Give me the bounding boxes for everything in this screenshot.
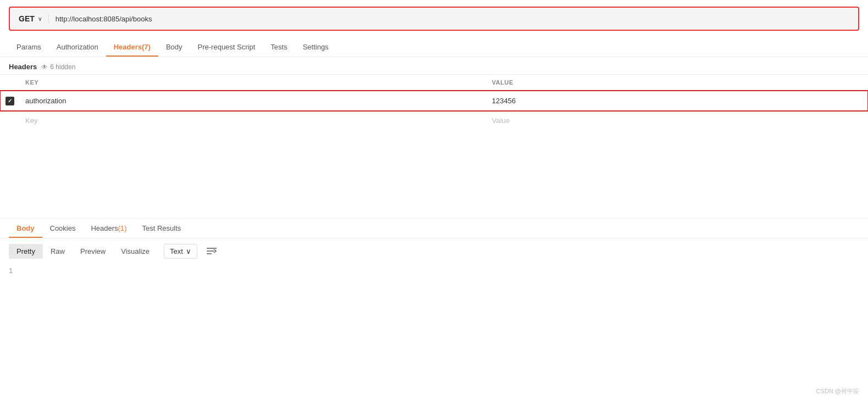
eye-icon: 👁: [41, 63, 48, 71]
key-placeholder: Key: [25, 116, 37, 125]
col-checkbox: [0, 75, 20, 91]
body-controls: Pretty Raw Preview Visualize Text ∨: [0, 238, 868, 264]
method-label: GET: [19, 14, 35, 23]
format-selector[interactable]: Text ∨: [164, 244, 197, 259]
headers-label-text: Headers: [9, 63, 37, 71]
empty-key-cell[interactable]: Key: [20, 111, 486, 130]
format-chevron: ∨: [186, 247, 191, 255]
tab-headers[interactable]: Headers(7): [106, 37, 158, 57]
row-value-cell[interactable]: 123456: [486, 91, 868, 111]
view-visualize-button[interactable]: Visualize: [113, 244, 157, 259]
wrap-button[interactable]: [202, 244, 222, 258]
tab-prerequest[interactable]: Pre-request Script: [190, 37, 263, 57]
response-tab-cookies[interactable]: Cookies: [42, 219, 84, 238]
row-value: 123456: [492, 97, 516, 105]
col-value: VALUE: [486, 75, 868, 91]
empty-checkbox-cell: [0, 111, 20, 130]
headers-table: KEY VALUE authorization 123456 Key Value: [0, 75, 868, 130]
method-chevron: ∨: [38, 16, 42, 22]
response-tabs: Body Cookies Headers(1) Test Results: [0, 219, 868, 238]
tab-body[interactable]: Body: [158, 37, 190, 57]
table-row: authorization 123456: [0, 91, 868, 111]
tab-tests[interactable]: Tests: [263, 37, 295, 57]
headers-section: Headers 👁 6 hidden: [0, 57, 868, 75]
response-tab-headers[interactable]: Headers(1): [83, 219, 134, 238]
code-area: 1: [0, 264, 868, 279]
row-key-cell[interactable]: authorization: [20, 91, 486, 111]
tab-authorization[interactable]: Authorization: [49, 37, 106, 57]
response-section: Body Cookies Headers(1) Test Results Pre…: [0, 218, 868, 279]
hidden-badge: 👁 6 hidden: [41, 63, 75, 71]
view-pretty-button[interactable]: Pretty: [9, 244, 43, 259]
checkbox-checked[interactable]: [5, 97, 14, 105]
row-key: authorization: [25, 97, 66, 105]
request-tabs: Params Authorization Headers(7) Body Pre…: [0, 37, 868, 57]
view-preview-button[interactable]: Preview: [73, 244, 113, 259]
response-tab-body[interactable]: Body: [9, 219, 42, 238]
method-selector[interactable]: GET ∨: [19, 14, 49, 23]
url-input[interactable]: [49, 15, 849, 23]
empty-value-cell[interactable]: Value: [486, 111, 868, 130]
line-number: 1: [9, 268, 22, 275]
format-label: Text: [170, 247, 183, 255]
response-tab-testresults[interactable]: Test Results: [135, 219, 189, 238]
value-placeholder: Value: [492, 116, 510, 125]
row-checkbox-cell[interactable]: [0, 91, 20, 111]
view-raw-button[interactable]: Raw: [43, 244, 73, 259]
url-bar[interactable]: GET ∨: [9, 7, 859, 31]
empty-area: [0, 130, 868, 218]
tab-params[interactable]: Params: [9, 37, 49, 57]
tab-settings[interactable]: Settings: [295, 37, 336, 57]
col-key: KEY: [20, 75, 486, 91]
table-row-empty: Key Value: [0, 111, 868, 130]
